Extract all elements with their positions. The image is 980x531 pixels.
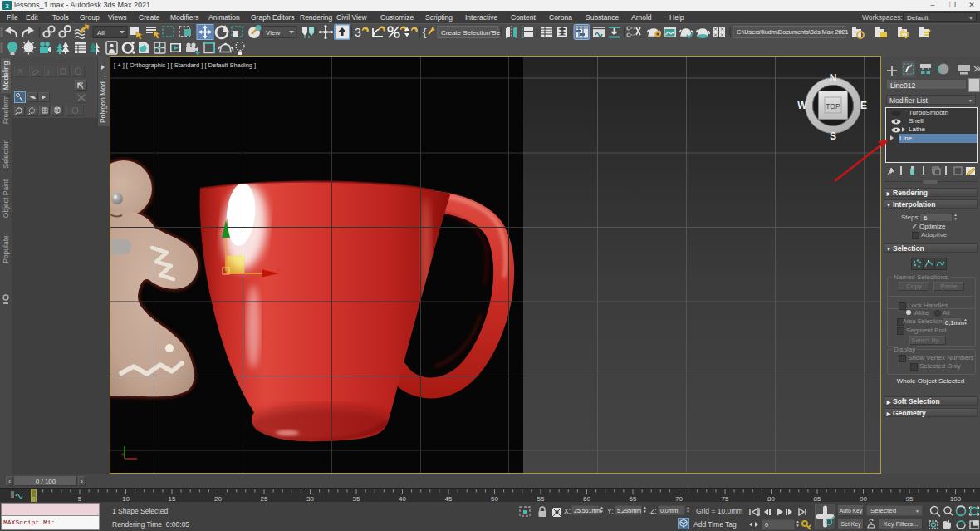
svg-text:E: E [860, 100, 867, 111]
svg-text:0: 0 [32, 496, 36, 502]
svg-text:x: x [277, 267, 281, 273]
svg-text:[ + ] [ Orthographic ] [ Stand: [ + ] [ Orthographic ] [ Standard ] [ De… [114, 61, 256, 69]
svg-text:TOP: TOP [826, 102, 840, 111]
svg-text:3: 3 [5, 2, 9, 10]
svg-text:All: All [97, 29, 105, 37]
svg-text:N: N [830, 72, 837, 84]
svg-text:View: View [266, 29, 280, 37]
svg-text:W: W [797, 100, 807, 111]
svg-text:C:\Users\liudm\Documents\3ds M: C:\Users\liudm\Documents\3ds Max 2021 [737, 28, 849, 36]
svg-text:3: 3 [355, 26, 361, 39]
svg-text:{: { [423, 26, 427, 38]
svg-text:x: x [121, 451, 125, 457]
